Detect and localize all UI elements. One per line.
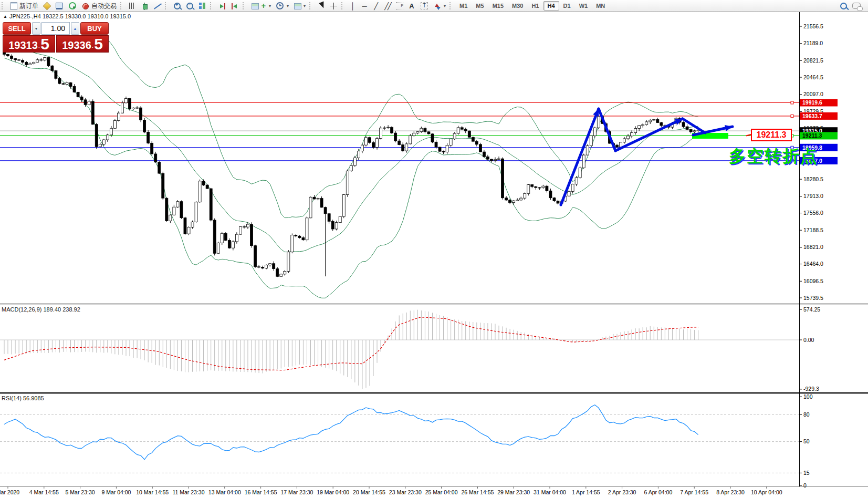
vertical-line-button[interactable]: │ <box>347 2 359 11</box>
chevron-down-icon: ▾ <box>444 4 446 8</box>
svg-text:16821.0: 16821.0 <box>803 244 823 250</box>
sell-price[interactable]: 19313 . 5 <box>3 35 55 53</box>
svg-text:26 Mar 14:55: 26 Mar 14:55 <box>461 489 494 495</box>
symbol-header: ▲ JPN225-,H4 19322.5 19330.0 19310.0 193… <box>3 13 131 19</box>
tab-timeframe-h4[interactable]: H4 <box>543 1 559 11</box>
svg-text:5 Mar 23:30: 5 Mar 23:30 <box>66 489 95 495</box>
chart-shift-button[interactable] <box>228 1 241 11</box>
macd-indicator-label: MACD(12,26,9) 189.40 238.92 <box>2 306 80 313</box>
tab-timeframe-m30[interactable]: M30 <box>508 1 527 11</box>
data-window-button[interactable] <box>53 1 66 11</box>
arrows-icon <box>434 3 441 9</box>
signal-icon <box>69 2 76 9</box>
tab-timeframe-d1[interactable]: D1 <box>559 1 575 11</box>
tile-windows-button[interactable] <box>196 1 208 11</box>
collapse-triangle-icon[interactable]: ▲ <box>3 14 7 19</box>
toolbar-grip <box>2 2 5 9</box>
tab-timeframe-m15[interactable]: M15 <box>488 1 508 11</box>
tab-timeframe-h1[interactable]: H1 <box>527 1 543 11</box>
buy-price[interactable]: 19336 . 5 <box>56 35 109 53</box>
svg-text:17188.5: 17188.5 <box>803 227 823 233</box>
volume-input[interactable]: 1.00 <box>41 22 70 35</box>
text-label-button[interactable]: T <box>417 1 431 11</box>
new-order-button[interactable]: 新订单 <box>7 1 40 11</box>
toolbar-grip <box>120 2 123 9</box>
candlestick-icon <box>142 3 148 9</box>
chat-icon[interactable] <box>852 3 861 9</box>
profiles-button[interactable] <box>40 1 53 11</box>
svg-text:8 Apr 23:30: 8 Apr 23:30 <box>716 489 745 495</box>
svg-text:4 Mar 14:55: 4 Mar 14:55 <box>29 489 59 495</box>
svg-text:25 Mar 04:00: 25 Mar 04:00 <box>425 489 458 495</box>
indicator-chart-icon <box>252 3 259 9</box>
svg-text:9 Mar 04:00: 9 Mar 04:00 <box>101 489 131 495</box>
rsi-indicator-label: RSI(14) 56.9085 <box>2 395 44 401</box>
chart-canvas[interactable]: 21556.521189.020821.520464.520097.019729… <box>0 0 868 498</box>
line-chart-button[interactable] <box>151 2 163 11</box>
templates-button[interactable]: ▾ <box>291 1 308 11</box>
chinese-note-annotation[interactable]: 多空转折点 <box>729 145 818 168</box>
svg-text:16096.5: 16096.5 <box>803 278 823 284</box>
symbol-ohlc-title: JPN225-,H4 19322.5 19330.0 19310.0 19315… <box>9 13 131 19</box>
svg-text:20821.5: 20821.5 <box>803 57 823 64</box>
horizontal-line-button[interactable]: ─ <box>359 2 370 11</box>
buy-price-main: 19336 <box>62 39 91 51</box>
price-tag-annotation[interactable]: 19211.3 <box>751 129 792 141</box>
sell-button[interactable]: SELL <box>3 22 31 35</box>
arrows-button[interactable]: ▾ <box>431 1 448 11</box>
svg-text:-929.3: -929.3 <box>803 386 819 392</box>
tab-timeframe-mn[interactable]: MN <box>592 1 609 11</box>
fibonacci-button[interactable]: F <box>393 1 406 11</box>
tab-timeframe-m1[interactable]: M1 <box>455 1 472 11</box>
clock-icon <box>276 2 284 9</box>
buy-button[interactable]: BUY <box>80 22 109 35</box>
svg-text:7 Apr 14:55: 7 Apr 14:55 <box>680 489 708 495</box>
svg-text:23 Mar 23:30: 23 Mar 23:30 <box>389 489 422 495</box>
trendline-button[interactable]: ╱ <box>370 2 382 11</box>
new-order-icon <box>11 2 17 10</box>
svg-text:2 Apr 23:30: 2 Apr 23:30 <box>608 489 636 495</box>
chevron-down-icon: ▾ <box>304 4 306 8</box>
zoom-in-button[interactable]: + <box>171 1 183 11</box>
toolbar-grip <box>341 2 344 9</box>
volume-decrease-button[interactable]: ▼ <box>32 22 40 35</box>
gold-diamond-icon <box>43 2 51 11</box>
search-icon[interactable] <box>840 3 847 9</box>
toolbar: 新订单 自动交易 + − +▾ ▾ ▾ │ ─ ╱ ╱╱ F A T <box>0 0 868 12</box>
svg-text:16 Mar 14:55: 16 Mar 14:55 <box>245 489 277 495</box>
auto-trading-button[interactable]: 自动交易 <box>79 1 119 11</box>
svg-text:17913.0: 17913.0 <box>803 193 823 199</box>
auto-scroll-button[interactable] <box>216 1 228 11</box>
svg-text:10 Apr 04:00: 10 Apr 04:00 <box>751 489 782 495</box>
svg-text:15739.5: 15739.5 <box>803 295 823 301</box>
svg-text:6 Apr 04:00: 6 Apr 04:00 <box>644 489 673 495</box>
svg-text:100: 100 <box>803 393 813 400</box>
toolbar-grip <box>165 2 168 9</box>
svg-text:16464.0: 16464.0 <box>803 261 823 267</box>
crosshair-button[interactable] <box>328 2 340 11</box>
text-button[interactable]: A <box>406 2 417 11</box>
auto-trading-label: 自动交易 <box>91 2 117 11</box>
svg-text:15: 15 <box>803 470 810 476</box>
candlestick-chart-button[interactable] <box>139 1 151 11</box>
svg-text:17556.0: 17556.0 <box>803 210 823 216</box>
volume-increase-button[interactable]: ▲ <box>71 22 79 35</box>
zoom-out-button[interactable]: − <box>183 1 196 11</box>
autotrade-icon <box>82 3 89 9</box>
tab-timeframe-m5[interactable]: M5 <box>472 1 488 11</box>
svg-text:80: 80 <box>803 411 810 418</box>
svg-text:18280.5: 18280.5 <box>803 176 823 182</box>
periods-button[interactable]: ▾ <box>273 1 291 11</box>
svg-text:17 Mar 23:30: 17 Mar 23:30 <box>280 489 313 495</box>
tab-timeframe-w1[interactable]: W1 <box>575 1 592 11</box>
template-icon <box>294 3 301 9</box>
sell-price-fraction: 5 <box>40 37 49 51</box>
cursor-button[interactable] <box>315 1 328 11</box>
navigator-button[interactable] <box>66 1 79 11</box>
bar-chart-button[interactable] <box>126 1 139 11</box>
add-indicator-button[interactable]: +▾ <box>248 1 273 11</box>
toolbar-grip <box>243 2 246 9</box>
svg-text:0: 0 <box>803 482 807 489</box>
auto-scroll-icon <box>219 3 225 9</box>
channel-button[interactable]: ╱╱ <box>382 2 393 11</box>
